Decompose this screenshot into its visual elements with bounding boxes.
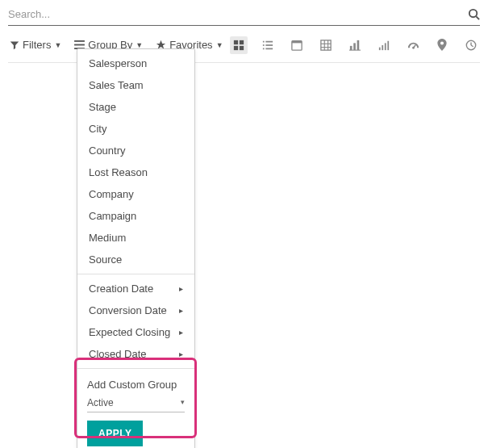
svg-line-34 <box>471 45 473 47</box>
groupby-date-item[interactable]: Creation Date▸ <box>77 278 194 299</box>
groupby-item-label: Company <box>89 188 134 200</box>
graph-view-button[interactable] <box>346 36 364 54</box>
groupby-item-label: Conversion Date <box>89 304 167 316</box>
svg-rect-23 <box>353 43 356 50</box>
svg-rect-9 <box>263 40 265 42</box>
groupby-custom-section: Add Custom Group Active ▾ APPLY <box>77 368 194 448</box>
apply-button[interactable]: APPLY <box>87 421 143 446</box>
groupby-item-label: Medium <box>89 232 126 244</box>
groupby-date-item[interactable]: Closed Date▸ <box>77 343 194 365</box>
groupby-item[interactable]: Medium <box>77 227 194 249</box>
groupby-item-label: Sales Team <box>89 79 144 91</box>
pivot-view-button[interactable] <box>317 36 335 54</box>
svg-line-31 <box>413 45 415 48</box>
custom-group-select[interactable]: Active <box>87 396 185 412</box>
groupby-item-label: Source <box>89 253 122 266</box>
svg-rect-27 <box>382 45 383 50</box>
caret-right-icon: ▸ <box>179 306 183 315</box>
groupby-item-label: City <box>89 123 106 135</box>
kanban-view-button[interactable] <box>230 36 248 54</box>
groupby-simple-section: SalespersonSales TeamStageCityCountryLos… <box>77 49 194 274</box>
groupby-item[interactable]: Campaign <box>77 205 194 227</box>
svg-rect-28 <box>385 43 386 50</box>
svg-rect-11 <box>263 44 265 46</box>
map-view-button[interactable] <box>433 36 451 54</box>
dashboard-view-button[interactable] <box>404 36 422 54</box>
svg-line-1 <box>476 16 479 19</box>
svg-rect-26 <box>379 47 381 50</box>
groupby-item-label: Closed Date <box>89 348 147 360</box>
groupby-item[interactable]: Lost Reason <box>77 161 194 183</box>
svg-rect-14 <box>265 48 273 49</box>
caret-right-icon: ▸ <box>179 284 183 293</box>
groupby-item-label: Campaign <box>89 210 136 222</box>
cohort-view-button[interactable] <box>375 36 393 54</box>
svg-rect-16 <box>292 40 302 43</box>
svg-rect-17 <box>321 40 331 49</box>
svg-point-0 <box>469 10 477 17</box>
svg-rect-12 <box>265 44 273 46</box>
filter-icon <box>10 40 19 50</box>
view-switcher <box>230 36 480 54</box>
caret-right-icon: ▸ <box>179 350 183 358</box>
activity-view-button[interactable] <box>462 36 480 54</box>
list-view-button[interactable] <box>259 36 277 54</box>
groupby-item[interactable]: City <box>77 118 194 140</box>
filters-label: Filters <box>23 39 51 51</box>
groupby-date-item[interactable]: Expected Closing▸ <box>77 321 194 343</box>
caret-down-icon: ▼ <box>216 41 223 49</box>
caret-right-icon: ▸ <box>179 328 183 337</box>
groupby-date-item[interactable]: Conversion Date▸ <box>77 299 194 321</box>
groupby-item[interactable]: Company <box>77 183 194 205</box>
svg-rect-6 <box>240 40 244 44</box>
svg-rect-29 <box>387 40 389 49</box>
groupby-item-label: Salesperson <box>89 57 147 69</box>
groupby-dropdown: SalespersonSales TeamStageCityCountryLos… <box>77 48 195 448</box>
svg-rect-10 <box>265 40 273 42</box>
groupby-item[interactable]: Stage <box>77 96 194 118</box>
add-custom-group-label: Add Custom Group <box>87 379 185 391</box>
svg-rect-8 <box>240 45 244 49</box>
groupby-item[interactable]: Sales Team <box>77 74 194 96</box>
filters-button[interactable]: Filters ▼ <box>8 36 63 54</box>
groupby-item-label: Lost Reason <box>89 166 148 178</box>
groupby-dates-section: Creation Date▸Conversion Date▸Expected C… <box>77 274 194 368</box>
groupby-item[interactable]: Country <box>77 140 194 161</box>
calendar-view-button[interactable] <box>288 36 306 54</box>
svg-rect-22 <box>350 45 352 49</box>
svg-rect-13 <box>263 48 265 49</box>
svg-rect-7 <box>234 45 238 49</box>
svg-rect-24 <box>357 40 360 49</box>
groupby-item-label: Country <box>89 144 126 157</box>
groupby-item[interactable]: Source <box>77 249 194 270</box>
caret-down-icon: ▼ <box>136 41 143 49</box>
svg-rect-5 <box>234 40 238 44</box>
svg-rect-2 <box>74 40 85 42</box>
search-input[interactable] <box>8 8 468 20</box>
svg-rect-3 <box>74 44 85 46</box>
groupby-item-label: Expected Closing <box>89 326 170 338</box>
search-icon[interactable] <box>468 8 480 20</box>
groupby-item-label: Stage <box>89 101 116 113</box>
groupby-item-label: Creation Date <box>89 283 153 295</box>
caret-down-icon: ▼ <box>54 41 61 49</box>
search-bar <box>8 6 480 26</box>
groupby-item[interactable]: Salesperson <box>77 52 194 74</box>
